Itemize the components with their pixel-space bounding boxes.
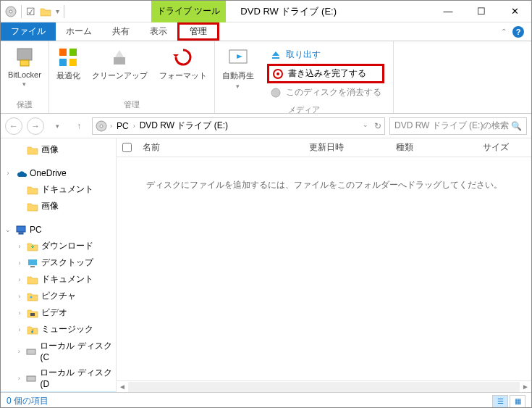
ribbon-tabs: ファイル ホーム 共有 表示 管理 ⌃ ? — [1, 22, 531, 41]
ribbon: BitLocker ▾ 保護 最適化 クリーンアップ — [1, 41, 531, 114]
svg-rect-19 — [17, 226, 25, 232]
optimize-icon — [56, 46, 80, 69]
nav-up-button[interactable]: ↑ — [70, 117, 88, 135]
ribbon-group-manage: 管理 — [124, 98, 140, 110]
tree-pictures[interactable]: 画像 — [1, 141, 116, 158]
burn-icon — [272, 68, 284, 80]
tree-dvd[interactable]: DVD RW ドライブ (⌄ — [1, 391, 116, 392]
horizontal-scrollbar[interactable]: ◄ ► — [117, 380, 531, 392]
folder-icon[interactable] — [40, 6, 51, 17]
column-headers: 名前 更新日時 種類 サイズ — [117, 138, 531, 157]
view-details-button[interactable]: ☰ — [492, 395, 508, 408]
checkmark-icon[interactable]: ☑ — [26, 6, 35, 17]
chevron-down-icon: ▾ — [236, 83, 240, 90]
autoplay-icon — [227, 46, 250, 69]
svg-rect-2 — [17, 49, 32, 60]
minimize-button[interactable]: — — [431, 1, 465, 22]
refresh-icon[interactable]: ↻ — [374, 121, 381, 131]
svg-rect-20 — [19, 233, 23, 234]
svg-rect-3 — [20, 60, 29, 66]
tree-localdisk-c[interactable]: ›ローカル ディスク (C — [1, 338, 116, 365]
svg-rect-4 — [59, 49, 67, 56]
select-all-checkbox[interactable] — [122, 143, 132, 152]
tree-pictures2[interactable]: 画像 — [1, 198, 116, 215]
address-box[interactable]: › PC › DVD RW ドライブ (E:) ⌄ ↻ — [92, 117, 385, 135]
tree-desktop[interactable]: ›デスクトップ — [1, 254, 116, 271]
finish-burn-button[interactable]: 書き込みを完了する — [267, 64, 384, 83]
file-list: 名前 更新日時 種類 サイズ ディスクにファイルを追加するには、ファイルをこのフ… — [117, 138, 531, 392]
view-icons-button[interactable]: ▦ — [510, 395, 525, 408]
nav-forward-button[interactable]: → — [27, 117, 44, 135]
navigation-tree[interactable]: 画像 ›OneDrive ドキュメント 画像 ⌄PC ›ダウンロード ›デスクト… — [1, 138, 117, 392]
tree-documents2[interactable]: ›ドキュメント — [1, 271, 116, 288]
collapse-ribbon-icon[interactable]: ⌃ — [501, 28, 507, 36]
column-size[interactable]: サイズ — [477, 141, 531, 154]
cleanup-button[interactable]: クリーンアップ — [89, 44, 151, 83]
tab-home[interactable]: ホーム — [56, 22, 102, 41]
format-button[interactable]: フォーマット — [156, 44, 210, 83]
titlebar: ☑ ▾ ドライブ ツール DVD RW ドライブ (E:) — ☐ ✕ — [1, 1, 531, 22]
eject-button[interactable]: 取り出す — [267, 47, 384, 62]
erase-icon — [270, 87, 282, 99]
item-count: 0 個の項目 — [7, 395, 48, 407]
tab-file[interactable]: ファイル — [1, 22, 56, 41]
scroll-left-icon[interactable]: ◄ — [117, 383, 128, 391]
drive-icon — [96, 120, 107, 132]
svg-point-16 — [271, 88, 280, 97]
tab-manage[interactable]: 管理 — [177, 22, 219, 41]
dropdown-icon[interactable]: ⌄ — [363, 121, 368, 131]
svg-point-1 — [9, 10, 12, 13]
svg-marker-9 — [173, 54, 179, 57]
main-area: 画像 ›OneDrive ドキュメント 画像 ⌄PC ›ダウンロード ›デスクト… — [1, 138, 531, 392]
chevron-down-icon: ▾ — [22, 80, 26, 88]
scroll-right-icon[interactable]: ► — [520, 383, 531, 391]
svg-rect-5 — [69, 49, 77, 56]
column-date[interactable]: 更新日時 — [303, 141, 390, 154]
tree-onedrive[interactable]: ›OneDrive — [1, 165, 116, 181]
search-placeholder: DVD RW ドライブ (E:)の検索 — [394, 120, 509, 132]
tree-downloads[interactable]: ›ダウンロード — [1, 238, 116, 254]
svg-point-15 — [276, 72, 279, 75]
format-icon — [172, 46, 195, 69]
eject-icon — [270, 49, 282, 61]
bitlocker-label: BitLocker — [8, 70, 41, 79]
empty-folder-message: ディスクにファイルを追加するには、ファイルをこのフォルダーへドラッグしてください… — [117, 157, 531, 380]
tree-pc[interactable]: ⌄PC — [1, 222, 116, 238]
address-bar: ← → ▾ ↑ › PC › DVD RW ドライブ (E:) ⌄ ↻ DVD … — [1, 114, 531, 138]
erase-disc-button: このディスクを消去する — [267, 85, 384, 100]
column-name[interactable]: 名前 — [137, 141, 303, 154]
drive-icon — [5, 6, 17, 17]
bitlocker-button[interactable]: BitLocker ▾ — [5, 44, 44, 89]
svg-rect-24 — [30, 313, 35, 316]
tree-pictures3[interactable]: ›ピクチャ — [1, 288, 116, 304]
separator — [21, 5, 22, 18]
autoplay-button[interactable]: 自動再生 ▾ — [219, 44, 257, 91]
close-button[interactable]: ✕ — [498, 1, 531, 22]
tab-share[interactable]: 共有 — [102, 22, 140, 41]
svg-marker-12 — [272, 51, 279, 56]
column-type[interactable]: 種類 — [390, 141, 477, 154]
svg-rect-8 — [114, 57, 125, 64]
svg-rect-6 — [59, 59, 67, 66]
tree-videos[interactable]: ›ビデオ — [1, 304, 116, 321]
svg-rect-13 — [272, 57, 279, 59]
quickaccess-dropdown[interactable]: ▾ — [56, 7, 59, 15]
help-icon[interactable]: ? — [512, 26, 524, 38]
breadcrumb-drive[interactable]: DVD RW ドライブ (E:) — [138, 120, 229, 132]
tree-music[interactable]: ›ミュージック — [1, 321, 116, 338]
chevron-right-icon[interactable]: › — [110, 122, 112, 130]
nav-back-button[interactable]: ← — [5, 117, 22, 135]
status-bar: 0 個の項目 ☰ ▦ — [1, 392, 531, 408]
svg-rect-22 — [30, 266, 35, 267]
tab-view[interactable]: 表示 — [140, 22, 177, 41]
chevron-right-icon[interactable]: › — [133, 122, 135, 130]
maximize-button[interactable]: ☐ — [465, 1, 498, 22]
tree-localdisk-d[interactable]: ›ローカル ディスク (D — [1, 365, 116, 391]
breadcrumb-pc[interactable]: PC — [115, 121, 130, 131]
nav-history-dropdown[interactable]: ▾ — [48, 117, 66, 135]
search-input[interactable]: DVD RW ドライブ (E:)の検索 🔍 — [389, 117, 527, 135]
svg-rect-21 — [28, 259, 37, 265]
optimize-button[interactable]: 最適化 — [54, 44, 83, 83]
tree-documents[interactable]: ドキュメント — [1, 181, 116, 198]
search-icon[interactable]: 🔍 — [511, 121, 522, 131]
